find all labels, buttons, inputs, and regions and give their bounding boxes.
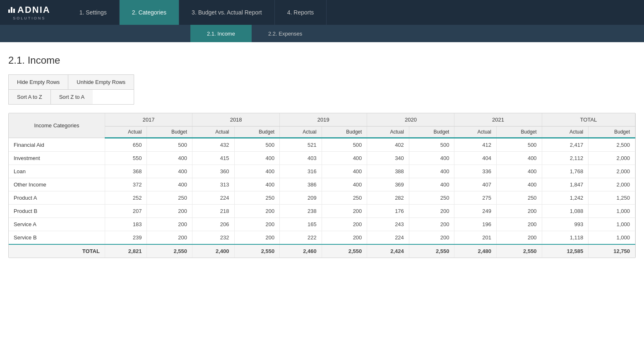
subnav-expenses[interactable]: 2.2. Expenses [252, 25, 319, 42]
data-cell: 201 [454, 231, 497, 245]
main-content: 2.1. Income Hide Empty Rows Unhide Empty… [0, 42, 644, 270]
data-cell: 250 [322, 191, 367, 205]
data-cell: 200 [409, 205, 454, 218]
data-cell: 313 [192, 178, 235, 191]
data-cell: 200 [322, 231, 367, 245]
data-cell: 1,000 [589, 205, 635, 218]
data-cell: 250 [147, 191, 192, 205]
data-cell: 400 [496, 152, 542, 165]
nav-item-settings[interactable]: 1. Settings [67, 0, 120, 25]
data-cell: 196 [454, 218, 497, 231]
total-cell: 2,550 [496, 244, 542, 258]
data-cell: 200 [322, 205, 367, 218]
data-cell: 500 [322, 138, 367, 152]
subnav-income[interactable]: 2.1. Income [190, 25, 252, 42]
data-cell: 521 [280, 138, 322, 152]
data-cell: 403 [280, 152, 322, 165]
data-cell: 316 [280, 165, 322, 178]
total-cell: 2,400 [192, 244, 235, 258]
data-cell: 239 [105, 231, 147, 245]
category-cell: Loan [9, 165, 105, 178]
data-cell: 176 [367, 205, 409, 218]
unhide-empty-rows-button[interactable]: Unhide Empty Rows [68, 75, 134, 89]
data-cell: 222 [280, 231, 322, 245]
data-cell: 400 [409, 152, 454, 165]
data-cell: 200 [496, 218, 542, 231]
2019-budget-header: Budget [322, 127, 367, 138]
data-cell: 249 [454, 205, 497, 218]
data-cell: 200 [234, 205, 280, 218]
category-cell: Service A [9, 218, 105, 231]
data-cell: 200 [409, 218, 454, 231]
data-cell: 400 [322, 152, 367, 165]
year-2017-header: 2017 [105, 113, 192, 127]
category-cell: Other Income [9, 178, 105, 191]
data-cell: 368 [105, 165, 147, 178]
total-cell: 2,550 [234, 244, 280, 258]
data-cell: 218 [192, 205, 235, 218]
hide-empty-rows-button[interactable]: Hide Empty Rows [9, 75, 68, 89]
data-cell: 400 [147, 178, 192, 191]
total-actual-header: Actual [542, 127, 589, 138]
data-cell: 1,000 [589, 218, 635, 231]
data-cell: 993 [542, 218, 589, 231]
category-column-header: Income Categories [9, 113, 105, 138]
table-row: Service B2392002322002222002242002012001… [9, 231, 635, 245]
total-row: TOTAL2,8212,5502,4002,5502,4602,5502,424… [9, 244, 635, 258]
table-row: Other Income3724003134003864003694004074… [9, 178, 635, 191]
table-row: Financial Aid650500432500521500402500412… [9, 138, 635, 152]
data-cell: 386 [280, 178, 322, 191]
nav-item-categories[interactable]: 2. Categories [120, 0, 179, 25]
sort-az-button[interactable]: Sort A to Z [9, 90, 51, 104]
data-cell: 224 [192, 191, 235, 205]
main-nav: 1. Settings 2. Categories 3. Budget vs. … [67, 0, 636, 25]
logo-name: ADNIA [17, 5, 50, 15]
data-cell: 400 [409, 178, 454, 191]
data-cell: 200 [234, 231, 280, 245]
data-cell: 207 [105, 205, 147, 218]
data-cell: 2,417 [542, 138, 589, 152]
nav-item-budget-report[interactable]: 3. Budget vs. Actual Report [179, 0, 275, 25]
data-cell: 369 [367, 178, 409, 191]
data-cell: 200 [147, 205, 192, 218]
sort-za-button[interactable]: Sort Z to A [51, 90, 93, 104]
data-cell: 250 [409, 191, 454, 205]
data-cell: 200 [496, 205, 542, 218]
data-cell: 500 [496, 138, 542, 152]
total-cell: 2,424 [367, 244, 409, 258]
action-buttons: Hide Empty Rows Unhide Empty Rows Sort A… [8, 74, 134, 105]
data-cell: 340 [367, 152, 409, 165]
data-cell: 1,250 [589, 191, 635, 205]
data-cell: 2,000 [589, 178, 635, 191]
total-cell: 2,550 [322, 244, 367, 258]
2021-actual-header: Actual [454, 127, 497, 138]
table-row: Service A1832002062001652002432001962009… [9, 218, 635, 231]
data-cell: 400 [409, 165, 454, 178]
data-cell: 400 [496, 178, 542, 191]
data-cell: 1,000 [589, 231, 635, 245]
year-2021-header: 2021 [454, 113, 542, 127]
data-cell: 360 [192, 165, 235, 178]
data-cell: 282 [367, 191, 409, 205]
data-cell: 200 [409, 231, 454, 245]
logo-bars-icon [8, 7, 15, 13]
data-cell: 1,118 [542, 231, 589, 245]
nav-item-reports[interactable]: 4. Reports [275, 0, 327, 25]
total-header: TOTAL [542, 113, 635, 127]
data-cell: 404 [454, 152, 497, 165]
2020-actual-header: Actual [367, 127, 409, 138]
2020-budget-header: Budget [409, 127, 454, 138]
data-cell: 224 [367, 231, 409, 245]
year-header-row: Income Categories 2017 2018 2019 2020 20… [9, 113, 635, 127]
category-cell: Product A [9, 191, 105, 205]
data-cell: 2,000 [589, 165, 635, 178]
data-cell: 432 [192, 138, 235, 152]
data-cell: 400 [322, 178, 367, 191]
data-cell: 1,242 [542, 191, 589, 205]
data-cell: 252 [105, 191, 147, 205]
total-cell: 12,585 [542, 244, 589, 258]
data-cell: 250 [234, 191, 280, 205]
income-table: Income Categories 2017 2018 2019 2020 20… [8, 113, 636, 258]
total-cell: 2,550 [147, 244, 192, 258]
category-cell: Product B [9, 205, 105, 218]
